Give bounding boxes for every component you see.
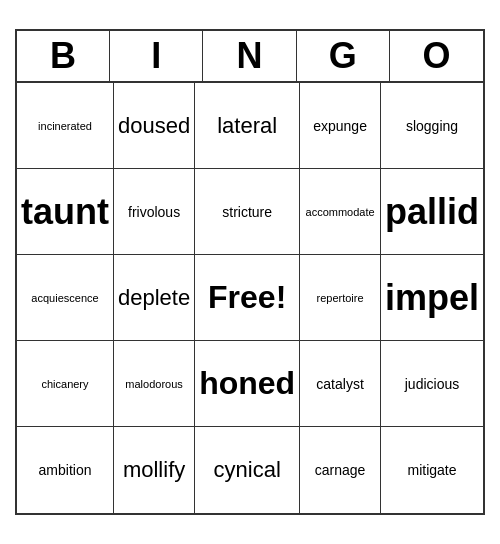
bingo-cell: slogging bbox=[381, 83, 483, 169]
bingo-header: BINGO bbox=[17, 31, 483, 83]
bingo-grid: incinerateddousedlateralexpungesloggingt… bbox=[17, 83, 483, 513]
header-letter: I bbox=[110, 31, 203, 81]
cell-text: cynical bbox=[214, 457, 281, 483]
cell-text: deplete bbox=[118, 285, 190, 311]
header-letter: B bbox=[17, 31, 110, 81]
bingo-cell: lateral bbox=[195, 83, 300, 169]
cell-text: carnage bbox=[315, 462, 366, 478]
cell-text: frivolous bbox=[128, 204, 180, 220]
bingo-cell: deplete bbox=[114, 255, 195, 341]
bingo-cell: frivolous bbox=[114, 169, 195, 255]
cell-text: taunt bbox=[21, 191, 109, 233]
cell-text: doused bbox=[118, 113, 190, 139]
bingo-cell: cynical bbox=[195, 427, 300, 513]
cell-text: lateral bbox=[217, 113, 277, 139]
bingo-cell: incinerated bbox=[17, 83, 114, 169]
bingo-cell: taunt bbox=[17, 169, 114, 255]
cell-text: honed bbox=[199, 365, 295, 402]
header-letter: O bbox=[390, 31, 483, 81]
bingo-cell: repertoire bbox=[300, 255, 381, 341]
bingo-cell: carnage bbox=[300, 427, 381, 513]
cell-text: Free! bbox=[208, 279, 286, 316]
cell-text: stricture bbox=[222, 204, 272, 220]
bingo-cell: expunge bbox=[300, 83, 381, 169]
bingo-cell: ambition bbox=[17, 427, 114, 513]
cell-text: incinerated bbox=[38, 120, 92, 132]
bingo-cell: accommodate bbox=[300, 169, 381, 255]
bingo-cell: stricture bbox=[195, 169, 300, 255]
bingo-cell: chicanery bbox=[17, 341, 114, 427]
cell-text: mitigate bbox=[407, 462, 456, 478]
cell-text: chicanery bbox=[41, 378, 88, 390]
bingo-cell: mitigate bbox=[381, 427, 483, 513]
bingo-cell: acquiescence bbox=[17, 255, 114, 341]
bingo-cell: mollify bbox=[114, 427, 195, 513]
cell-text: judicious bbox=[405, 376, 459, 392]
bingo-cell: doused bbox=[114, 83, 195, 169]
bingo-cell: malodorous bbox=[114, 341, 195, 427]
bingo-cell: pallid bbox=[381, 169, 483, 255]
cell-text: malodorous bbox=[125, 378, 182, 390]
header-letter: N bbox=[203, 31, 296, 81]
bingo-cell: catalyst bbox=[300, 341, 381, 427]
bingo-cell: Free! bbox=[195, 255, 300, 341]
bingo-cell: judicious bbox=[381, 341, 483, 427]
cell-text: repertoire bbox=[317, 292, 364, 304]
cell-text: impel bbox=[385, 277, 479, 319]
cell-text: mollify bbox=[123, 457, 185, 483]
bingo-card: BINGO incinerateddousedlateralexpungeslo… bbox=[15, 29, 485, 515]
bingo-cell: impel bbox=[381, 255, 483, 341]
bingo-cell: honed bbox=[195, 341, 300, 427]
cell-text: accommodate bbox=[306, 206, 375, 218]
cell-text: ambition bbox=[39, 462, 92, 478]
cell-text: expunge bbox=[313, 118, 367, 134]
cell-text: pallid bbox=[385, 191, 479, 233]
cell-text: acquiescence bbox=[31, 292, 98, 304]
header-letter: G bbox=[297, 31, 390, 81]
cell-text: slogging bbox=[406, 118, 458, 134]
cell-text: catalyst bbox=[316, 376, 363, 392]
